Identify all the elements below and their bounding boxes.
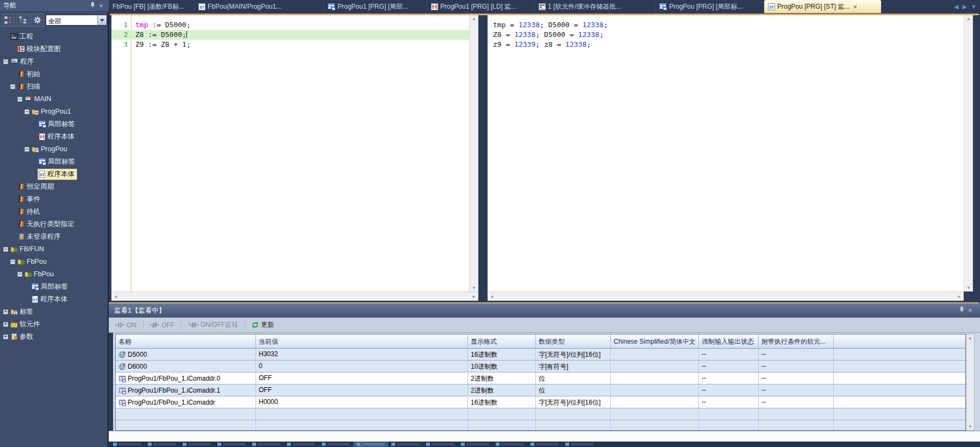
column-header-1[interactable]: 名称	[116, 334, 256, 349]
collapse-icon[interactable]: −	[16, 97, 23, 102]
scroll-up-icon[interactable]: ▲	[470, 15, 478, 22]
watch-row-4[interactable]: ProgPou1/FbPou_1.iComaddr.1OFF2进制数位----	[116, 384, 965, 396]
watch-vertical-scrollbar[interactable]: ▲ ▼	[966, 334, 975, 431]
watch-row-empty[interactable]	[116, 408, 965, 420]
tree-item-11[interactable]: ST程序本体	[0, 169, 109, 179]
window-list-item-9[interactable]	[388, 442, 423, 447]
code-vertical-scrollbar[interactable]: ▲ ▼	[469, 15, 478, 291]
column-header-7[interactable]: 附带执行条件的软元...	[759, 334, 834, 349]
pin-icon[interactable]	[88, 2, 97, 10]
tree-filter-dropdown[interactable]: 全部	[46, 15, 107, 26]
tree-item-14[interactable]: 待机	[0, 206, 109, 217]
tree-item-22[interactable]: +标签	[0, 306, 109, 317]
watch-row-3[interactable]: ProgPou1/FbPou_1.iComaddr.0OFF2进制数位----	[116, 372, 965, 384]
window-list-item-4[interactable]	[214, 442, 249, 447]
window-list-item-13[interactable]	[527, 442, 562, 447]
scroll-left-icon[interactable]: ◄	[488, 293, 496, 300]
expand-icon[interactable]: +	[2, 334, 9, 339]
window-list-item-10[interactable]	[423, 442, 458, 447]
column-header-6[interactable]: 强制输入输出状态	[699, 334, 759, 349]
close-icon[interactable]: ×	[853, 3, 857, 11]
tab-7[interactable]: STProgPou [PRG] [ST] 监...×	[764, 0, 881, 13]
tree-item-2[interactable]: −程序	[0, 56, 109, 67]
window-list-item-6[interactable]	[284, 442, 319, 447]
tree-item-7[interactable]: 局部标签	[0, 119, 109, 129]
code-line-2[interactable]: 2Z8 := D5000;	[111, 30, 469, 40]
scroll-down-icon[interactable]: ▼	[966, 423, 975, 430]
watch-tool-on[interactable]: ON	[113, 320, 139, 330]
tree-item-1[interactable]: 模块配置图	[0, 44, 109, 54]
close-icon[interactable]: ×	[97, 2, 105, 10]
tree-item-21[interactable]: ST程序本体	[0, 294, 109, 305]
monitor-vertical-scrollbar[interactable]: ▲ ▼	[964, 15, 973, 291]
tree-item-4[interactable]: −扫描	[0, 81, 109, 92]
tree-item-8[interactable]: 程序本体	[0, 131, 109, 142]
tab-scroll-left-icon[interactable]: ◀	[954, 3, 958, 10]
watch-row-empty[interactable]	[116, 420, 965, 431]
scroll-up-icon[interactable]: ▲	[964, 15, 973, 22]
column-header-3[interactable]: 显示格式	[468, 334, 536, 349]
tab-4[interactable]: ProgPou1 [PRG] [LD] 监...	[427, 0, 535, 13]
code-horizontal-scrollbar[interactable]: ◄ ►	[111, 291, 478, 301]
expand-icon[interactable]: +	[2, 322, 9, 327]
tab-2[interactable]: STFbPou(MAIN/ProgPou1...	[195, 0, 324, 13]
window-list-item-5[interactable]	[249, 442, 284, 447]
tree-item-17[interactable]: −FB/FUN	[0, 244, 109, 254]
expand-icon[interactable]: +	[2, 309, 9, 314]
tree-item-23[interactable]: +软元件	[0, 319, 109, 330]
tree-item-13[interactable]: 事件	[0, 194, 109, 204]
column-header-2[interactable]: 当前值	[256, 334, 468, 349]
scroll-left-icon[interactable]: ◄	[111, 293, 120, 300]
tab-scroll-right-icon[interactable]: ▶	[963, 3, 967, 10]
window-list-item-12[interactable]	[492, 442, 527, 447]
window-list-item-8[interactable]	[353, 442, 388, 447]
collapse-icon[interactable]: −	[2, 247, 9, 252]
watch-row-5[interactable]: ProgPou1/FbPou_1.iComaddrH000016进制数字[无符号…	[116, 396, 965, 408]
collapse-icon[interactable]: −	[23, 147, 30, 152]
watch-row-2[interactable]: D6000010进制数字[有符号]----	[116, 361, 965, 372]
watch-tool--[interactable]: 更新	[249, 319, 276, 331]
tree-item-20[interactable]: 局部标签	[0, 281, 109, 292]
tree-item-16[interactable]: 未登录程序	[0, 231, 109, 242]
column-header-4[interactable]: 数据类型	[536, 334, 611, 349]
tree-item-18[interactable]: −FbPou	[0, 256, 109, 267]
tree-item-3[interactable]: 初始	[0, 69, 109, 79]
tree-item-12[interactable]: 恒定周期	[0, 181, 109, 192]
scroll-right-icon[interactable]: ►	[470, 293, 478, 300]
watch-tool-on-off-[interactable]: ON/OFF反转	[186, 319, 240, 331]
tab-6[interactable]: ProgPou [PRG] [局部标...	[656, 0, 764, 13]
code-line-1[interactable]: 1tmp := D5000;	[111, 20, 469, 30]
tree-item-6[interactable]: −ProgPou1	[0, 106, 109, 117]
st-code-pane[interactable]: 1tmp := D5000;2Z8 := D5000;3Z9 := Z8 + 1…	[111, 15, 478, 291]
tab-list-dropdown-icon[interactable]: ▼	[971, 3, 977, 10]
tree-item-5[interactable]: −MAIN	[0, 94, 109, 104]
monitor-horizontal-scrollbar[interactable]: ◄ ►	[488, 291, 964, 301]
tree-collapse-button[interactable]	[16, 14, 29, 27]
window-list-item-2[interactable]	[145, 442, 179, 447]
scroll-down-icon[interactable]: ▼	[470, 284, 478, 291]
tab-1[interactable]: FbPou [FB] [函数/FB标...	[109, 0, 195, 13]
chevron-down-icon[interactable]	[97, 15, 107, 25]
scroll-right-icon[interactable]: ►	[955, 293, 964, 300]
collapse-icon[interactable]: −	[16, 272, 23, 277]
tab-3[interactable]: ProgPou1 [PRG] [局部...	[324, 0, 427, 13]
tree-item-15[interactable]: 无执行类型指定	[0, 219, 109, 229]
collapse-icon[interactable]: −	[9, 84, 16, 89]
tree-item-0[interactable]: 工程	[0, 31, 109, 42]
tree-item-9[interactable]: −STProgPou	[0, 144, 109, 154]
st-monitor-pane[interactable]: tmp = 12338; D5000 = 12338;Z8 = 12338; D…	[488, 15, 964, 291]
column-header-filler[interactable]	[834, 334, 966, 349]
tree-view-button[interactable]	[2, 14, 15, 27]
gear-icon[interactable]	[31, 14, 44, 27]
tree-item-10[interactable]: 局部标签	[0, 156, 109, 167]
window-list-item-7[interactable]	[319, 442, 353, 447]
collapse-icon[interactable]: −	[2, 59, 9, 64]
window-list-item-14[interactable]	[562, 442, 597, 447]
window-list-item-3[interactable]	[179, 442, 214, 447]
window-list-item-11[interactable]	[458, 442, 492, 447]
watch-row-1[interactable]: D5000H303216进制数字[无符号]/位列[16位]----	[116, 349, 965, 361]
close-icon[interactable]: ×	[966, 307, 975, 314]
collapse-icon[interactable]: −	[9, 259, 16, 264]
tree-item-24[interactable]: +参数	[0, 331, 109, 342]
column-header-5[interactable]: Chinese Simplified/简体中文	[611, 334, 699, 349]
